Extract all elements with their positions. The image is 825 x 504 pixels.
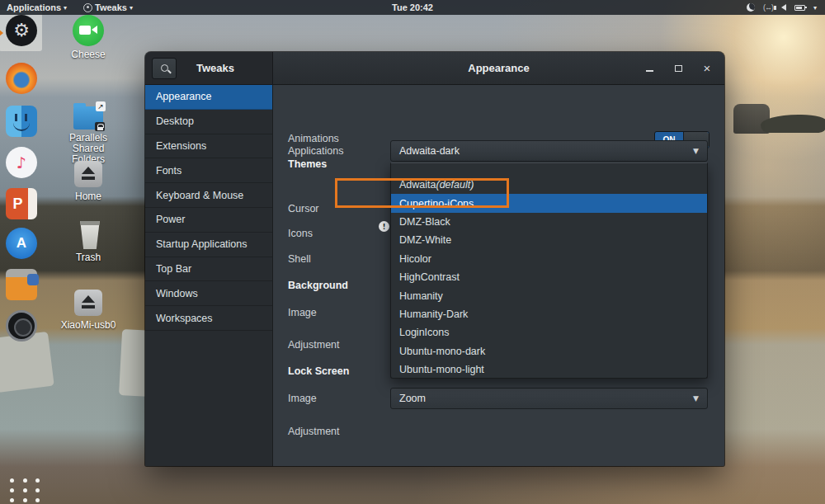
dock-item-lens[interactable] (6, 310, 37, 341)
sidebar-item-power[interactable]: Power (145, 208, 272, 233)
dropdown-item-humanity-dark[interactable]: Humanity-Dark (391, 305, 707, 323)
chevron-down-icon: ▾ (813, 5, 817, 12)
sidebar-item-top-bar[interactable]: Top Bar (145, 257, 272, 282)
dropdown-item-label: Humanity-Dark (399, 309, 468, 320)
dropdown-item-label: DMZ-Black (399, 216, 450, 228)
dropdown-item-label: LoginIcons (399, 327, 449, 338)
close-button[interactable]: × (701, 63, 713, 74)
minimize-button[interactable] (644, 63, 655, 74)
sidebar-item-workspaces[interactable]: Workspaces (145, 306, 272, 331)
sidebar-item-label: Extensions (156, 140, 206, 152)
applications-menu[interactable]: Applications ▾ (7, 2, 67, 12)
dock-item-firefox[interactable] (6, 63, 37, 94)
desktop-icons: ↗ Parallels Shared Folders Home Trash Xi… (53, 15, 124, 477)
app-grid-button[interactable] (10, 478, 43, 502)
window-title: Tweaks (177, 62, 254, 74)
dock-item-app-store[interactable]: A (6, 228, 37, 259)
chevron-down-icon: ▾ (64, 5, 67, 12)
moon-icon (747, 3, 755, 12)
sidebar-item-label: Windows (156, 288, 198, 299)
desktop-icon-home[interactable]: Home (53, 160, 124, 202)
dropdown-item-hicolor[interactable]: Hicolor (391, 250, 707, 268)
animations-label: Animations (288, 133, 339, 144)
sidebar-item-label: Desktop (156, 115, 194, 127)
icons-label: Icons (288, 228, 313, 239)
lock-screen-image-label: Image (288, 393, 317, 404)
sidebar-item-label: Fonts (156, 165, 182, 177)
desktop-icon-trash[interactable]: Trash (53, 221, 124, 263)
dropdown-item-ubuntu-mono-light[interactable]: Ubuntu-mono-light (391, 360, 707, 379)
desktop-icon-xiaomi-usb0[interactable]: XiaoMi-usb0 (53, 289, 124, 331)
dropdown-item-label: Ubuntu-mono-light (399, 364, 484, 375)
lock-screen-header: Lock Screen (288, 365, 349, 377)
sidebar-item-startup-applications[interactable]: Startup Applications (145, 233, 272, 257)
desktop-icon-label: XiaoMi-usb0 (61, 320, 116, 331)
sidebar-item-label: Power (156, 214, 185, 225)
desktop-icon-label: Trash (76, 252, 101, 263)
appearance-panel: Animations ON Themes Applications Adwait… (273, 85, 724, 466)
sidebar-item-fonts[interactable]: Fonts (145, 158, 272, 183)
themes-header: Themes (288, 158, 327, 170)
dropdown-item-ubuntu-mono-dark[interactable]: Ubuntu-mono-dark (391, 342, 707, 360)
dropdown-item-highcontrast[interactable]: HighContrast (391, 268, 707, 286)
dropdown-item-label: DMZ-White (399, 234, 451, 246)
info-icon: ! (379, 221, 389, 232)
dropdown-item-label: Hicolor (399, 253, 431, 265)
sidebar-item-desktop[interactable]: Desktop (145, 110, 272, 134)
background-header: Background (288, 280, 348, 291)
tweaks-app-icon (83, 3, 92, 12)
shortcut-arrow-icon: ↗ (96, 101, 106, 111)
dropdown-item-label: Ubuntu-mono-dark (399, 346, 485, 357)
dock-item-finder[interactable] (6, 106, 37, 137)
dropdown-item-loginicons[interactable]: LoginIcons (391, 323, 707, 341)
volume-icon (781, 4, 786, 11)
background-image-label: Image (288, 307, 317, 318)
dropdown-item-dmz-white[interactable]: DMZ-White (391, 231, 707, 249)
background-adjustment-label: Adjustment (288, 339, 340, 351)
headerbar-right: Appearance × (273, 52, 724, 84)
annotation-highlight-box (335, 178, 509, 208)
dock: ♪ P A ⚙ (0, 15, 46, 477)
chevron-down-icon: ▼ (693, 394, 699, 403)
sidebar-item-appearance[interactable]: Appearance (145, 85, 272, 110)
sidebar-item-label: Keyboard & Mouse (156, 190, 243, 201)
applications-menu-label: Applications (7, 2, 61, 12)
combobox-value: Zoom (399, 393, 426, 404)
headerbar: Tweaks Appearance × (145, 52, 724, 85)
chevron-down-icon: ▼ (693, 147, 699, 155)
dock-item-settings[interactable]: ⚙ (6, 15, 37, 46)
cursor-label: Cursor (288, 203, 319, 214)
shell-label: Shell (288, 253, 311, 265)
desktop-icon-cheese[interactable]: Cheese (53, 15, 124, 60)
dock-item-presentation[interactable]: P (6, 188, 37, 219)
desktop-icon-label: Cheese (71, 49, 105, 60)
sidebar-item-keyboard-mouse[interactable]: Keyboard & Mouse (145, 183, 272, 208)
app-menu-tweaks[interactable]: Tweaks ▾ (83, 2, 133, 12)
status-area[interactable]: (↔) ▾ (747, 3, 825, 12)
chevron-down-icon: ▾ (130, 5, 133, 12)
dock-item-external-drive[interactable] (6, 269, 37, 300)
combobox-value: Adwaita-dark (399, 145, 460, 157)
dropdown-item-label: Humanity (399, 290, 443, 302)
dropdown-item-dmz-black[interactable]: DMZ-Black (391, 213, 707, 231)
search-button[interactable] (152, 58, 177, 79)
top-bar: Applications ▾ Tweaks ▾ Tue 20:42 (↔) ▾ (0, 0, 825, 15)
app-menu-label: Tweaks (95, 2, 127, 12)
headerbar-left: Tweaks (145, 52, 273, 84)
search-icon (161, 64, 168, 72)
sidebar-item-windows[interactable]: Windows (145, 281, 272, 306)
battery-icon (794, 5, 805, 11)
tweaks-window: Tweaks Appearance × Appearance Desktop E… (145, 52, 724, 466)
lock-icon (95, 122, 105, 131)
sidebar-item-label: Top Bar (156, 263, 191, 275)
dropdown-item-humanity[interactable]: Humanity (391, 286, 707, 304)
applications-theme-label: Applications (288, 145, 343, 157)
dropdown-item-label: HighContrast (399, 271, 460, 283)
desktop-icon-parallels-shared-folders[interactable]: ↗ Parallels Shared Folders (53, 103, 124, 165)
maximize-button[interactable] (672, 63, 684, 74)
applications-theme-combobox[interactable]: Adwaita-dark ▼ (390, 140, 708, 162)
dock-item-music[interactable]: ♪ (6, 147, 37, 178)
adjustment-combobox[interactable]: Zoom ▼ (390, 388, 708, 409)
sidebar-item-extensions[interactable]: Extensions (145, 134, 272, 159)
sidebar-item-label: Workspaces (156, 313, 213, 324)
